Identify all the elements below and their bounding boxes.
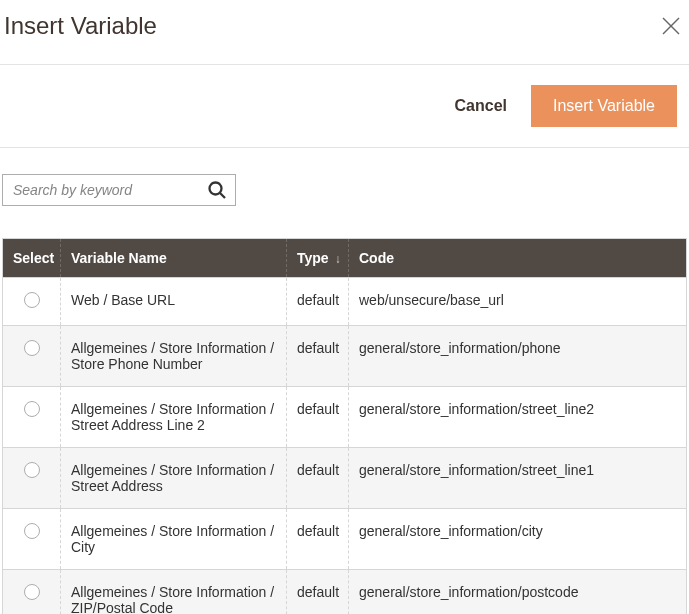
sort-arrow-icon: ↓: [335, 252, 341, 266]
code-cell: general/store_information/city: [349, 509, 687, 570]
variable-name-cell: Allgemeines / Store Information / Street…: [61, 448, 287, 509]
type-cell: default: [287, 570, 349, 615]
variable-name-cell: Allgemeines / Store Information / City: [61, 509, 287, 570]
select-cell: [3, 387, 61, 448]
select-cell: [3, 570, 61, 615]
col-header-code[interactable]: Code: [349, 239, 687, 278]
select-radio[interactable]: [24, 340, 40, 356]
type-cell: default: [287, 509, 349, 570]
close-icon: [661, 16, 681, 36]
code-cell: web/unsecure/base_url: [349, 278, 687, 326]
table-header-row: Select Variable Name Type↓ Code: [3, 239, 687, 278]
modal-title: Insert Variable: [4, 12, 157, 40]
search-input[interactable]: [11, 181, 207, 199]
variable-name-cell: Allgemeines / Store Information / Street…: [61, 387, 287, 448]
svg-line-3: [220, 193, 225, 198]
search-icon[interactable]: [207, 180, 227, 200]
select-radio[interactable]: [24, 584, 40, 600]
insert-variable-button[interactable]: Insert Variable: [531, 85, 677, 127]
table-row[interactable]: Web / Base URLdefaultweb/unsecure/base_u…: [3, 278, 687, 326]
search-box: [2, 174, 236, 206]
cancel-button[interactable]: Cancel: [455, 97, 507, 115]
select-radio[interactable]: [24, 401, 40, 417]
svg-point-2: [210, 183, 222, 195]
type-cell: default: [287, 278, 349, 326]
col-header-type[interactable]: Type↓: [287, 239, 349, 278]
variables-table: Select Variable Name Type↓ Code Web / Ba…: [2, 238, 687, 614]
close-button[interactable]: [657, 12, 685, 40]
search-wrapper: [0, 148, 238, 214]
select-radio[interactable]: [24, 462, 40, 478]
select-radio[interactable]: [24, 292, 40, 308]
code-cell: general/store_information/postcode: [349, 570, 687, 615]
code-cell: general/store_information/street_line2: [349, 387, 687, 448]
select-cell: [3, 326, 61, 387]
code-cell: general/store_information/phone: [349, 326, 687, 387]
table-row[interactable]: Allgemeines / Store Information / Street…: [3, 448, 687, 509]
type-cell: default: [287, 387, 349, 448]
select-cell: [3, 509, 61, 570]
table-row[interactable]: Allgemeines / Store Information / Cityde…: [3, 509, 687, 570]
col-header-select[interactable]: Select: [3, 239, 61, 278]
select-radio[interactable]: [24, 523, 40, 539]
table-row[interactable]: Allgemeines / Store Information / Street…: [3, 387, 687, 448]
type-cell: default: [287, 448, 349, 509]
table-row[interactable]: Allgemeines / Store Information / ZIP/Po…: [3, 570, 687, 615]
code-cell: general/store_information/street_line1: [349, 448, 687, 509]
col-header-name[interactable]: Variable Name: [61, 239, 287, 278]
select-cell: [3, 278, 61, 326]
modal-header: Insert Variable: [0, 0, 689, 64]
table-row[interactable]: Allgemeines / Store Information / Store …: [3, 326, 687, 387]
table-body: Web / Base URLdefaultweb/unsecure/base_u…: [3, 278, 687, 615]
variable-name-cell: Web / Base URL: [61, 278, 287, 326]
type-cell: default: [287, 326, 349, 387]
grid-wrapper: Select Variable Name Type↓ Code Web / Ba…: [0, 214, 689, 614]
variable-name-cell: Allgemeines / Store Information / Store …: [61, 326, 287, 387]
select-cell: [3, 448, 61, 509]
actions-bar: Cancel Insert Variable: [0, 64, 689, 148]
variable-name-cell: Allgemeines / Store Information / ZIP/Po…: [61, 570, 287, 615]
